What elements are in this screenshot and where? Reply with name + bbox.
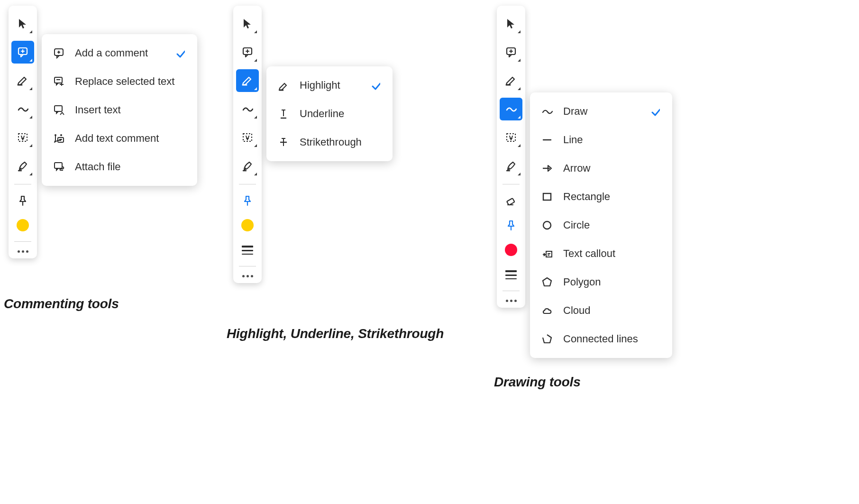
pin-tool[interactable] xyxy=(500,214,522,237)
highlight-tool[interactable] xyxy=(500,69,522,92)
arrow-icon xyxy=(540,163,554,174)
flyout-item-label: Strikethrough xyxy=(300,136,362,148)
flyout-item-label: Arrow xyxy=(563,162,642,174)
divider xyxy=(239,184,256,184)
commenting-flyout: Add a comment Replace selected text Inse… xyxy=(42,34,197,186)
line-thickness-icon xyxy=(505,270,517,279)
caption-commenting: Commenting tools xyxy=(4,296,119,312)
line-thickness-tool[interactable] xyxy=(236,238,259,261)
highlight-tool[interactable] xyxy=(236,69,259,92)
flyout-item-label: Draw xyxy=(563,105,642,118)
comment-plus-icon xyxy=(52,47,65,59)
textbox-tool[interactable] xyxy=(500,126,522,149)
more-tools-button[interactable] xyxy=(506,295,517,305)
flyout-item-label: Highlight xyxy=(300,79,362,92)
flyout-item-highlight[interactable]: Highlight xyxy=(266,71,393,100)
more-tools-button[interactable] xyxy=(18,246,28,256)
insert-text-icon xyxy=(52,104,65,116)
polygon-icon xyxy=(540,276,554,288)
highlight-tool[interactable] xyxy=(11,69,34,92)
draw-tool[interactable] xyxy=(500,98,522,120)
line-thickness-icon xyxy=(242,246,253,255)
flyout-item-connected-lines[interactable]: Connected lines xyxy=(530,325,672,353)
connected-lines-icon xyxy=(540,333,554,345)
textbox-tool[interactable] xyxy=(236,126,259,149)
flyout-item-label: Rectangle xyxy=(563,191,642,203)
color-swatch-icon xyxy=(505,244,517,256)
comment-tool[interactable] xyxy=(500,41,522,64)
flyout-item-insert-text[interactable]: Insert text xyxy=(42,96,197,124)
color-picker[interactable] xyxy=(500,238,522,261)
select-tool[interactable] xyxy=(236,12,259,35)
flyout-item-attach-file[interactable]: Attach file xyxy=(42,153,197,181)
divider xyxy=(239,266,256,266)
line-icon xyxy=(540,134,554,146)
rectangle-icon xyxy=(540,191,554,202)
flyout-item-label: Insert text xyxy=(75,104,167,116)
flyout-item-circle[interactable]: Circle xyxy=(530,211,672,239)
flyout-item-label: Polygon xyxy=(563,276,642,288)
divider xyxy=(503,291,520,291)
flyout-item-draw[interactable]: Draw xyxy=(530,97,672,126)
color-swatch-icon xyxy=(241,219,254,231)
select-tool[interactable] xyxy=(500,12,522,35)
divider xyxy=(14,241,31,242)
text-comment-icon xyxy=(52,133,65,144)
comment-tool[interactable] xyxy=(236,41,259,64)
flyout-item-arrow[interactable]: Arrow xyxy=(530,154,672,183)
flyout-item-polygon[interactable]: Polygon xyxy=(530,268,672,296)
cloud-icon xyxy=(540,305,554,316)
flyout-item-cloud[interactable]: Cloud xyxy=(530,296,672,325)
flyout-item-label: Circle xyxy=(563,219,642,231)
flyout-item-label: Underline xyxy=(300,108,362,120)
replace-text-icon xyxy=(52,76,65,87)
draw-tool[interactable] xyxy=(236,98,259,120)
text-callout-icon xyxy=(540,248,554,259)
comment-tool[interactable] xyxy=(11,41,34,64)
caption-highlight: Highlight, Underline, Strikethrough xyxy=(227,326,444,341)
flyout-item-label: Add text comment xyxy=(75,132,167,145)
flyout-item-text-callout[interactable]: Text callout xyxy=(530,239,672,268)
flyout-item-text-comment[interactable]: Add text comment xyxy=(42,124,197,153)
signature-tool[interactable] xyxy=(500,155,522,177)
flyout-item-strikethrough[interactable]: Strikethrough xyxy=(266,128,393,156)
more-tools-button[interactable] xyxy=(242,270,253,280)
commenting-toolbar xyxy=(9,6,37,258)
caption-drawing: Drawing tools xyxy=(494,375,581,390)
signature-tool[interactable] xyxy=(11,155,34,177)
flyout-item-label: Cloud xyxy=(563,304,642,317)
check-icon xyxy=(650,107,662,116)
flyout-item-rectangle[interactable]: Rectangle xyxy=(530,183,672,211)
pin-tool[interactable] xyxy=(236,189,259,212)
circle-icon xyxy=(540,220,554,231)
strikethrough-icon xyxy=(277,137,290,148)
flyout-item-line[interactable]: Line xyxy=(530,126,672,154)
color-picker[interactable] xyxy=(11,214,34,237)
color-picker[interactable] xyxy=(236,214,259,237)
textbox-tool[interactable] xyxy=(11,126,34,149)
flyout-item-label: Connected lines xyxy=(563,333,642,345)
color-swatch-icon xyxy=(17,219,29,231)
check-icon xyxy=(175,48,187,58)
drawing-flyout: Draw Line Arrow Rectangle Circle Text ca… xyxy=(530,92,672,358)
select-tool[interactable] xyxy=(11,12,34,35)
highlight-icon xyxy=(277,80,290,91)
flyout-item-label: Text callout xyxy=(563,247,642,260)
flyout-item-replace-text[interactable]: Replace selected text xyxy=(42,67,197,96)
eraser-tool[interactable] xyxy=(500,189,522,212)
signature-tool[interactable] xyxy=(236,155,259,177)
flyout-item-underline[interactable]: Underline xyxy=(266,100,393,128)
line-thickness-tool[interactable] xyxy=(500,263,522,286)
draw-tool[interactable] xyxy=(11,98,34,120)
pin-tool[interactable] xyxy=(11,189,34,212)
flyout-item-label: Add a comment xyxy=(75,47,167,59)
attach-file-icon xyxy=(52,161,65,173)
flyout-item-add-comment[interactable]: Add a comment xyxy=(42,39,197,67)
underline-icon xyxy=(277,108,290,119)
highlight-toolbar xyxy=(233,6,262,283)
highlight-flyout: Highlight Underline Strikethrough xyxy=(266,66,393,161)
drawing-toolbar xyxy=(497,6,525,308)
check-icon xyxy=(371,81,382,90)
draw-free-icon xyxy=(540,106,554,117)
flyout-item-label: Attach file xyxy=(75,161,167,173)
